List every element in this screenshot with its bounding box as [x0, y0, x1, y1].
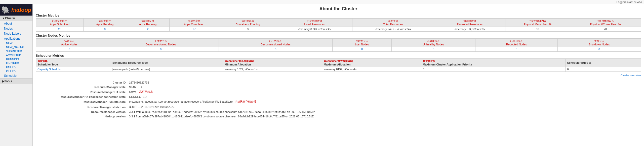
- physical-vcores-value: 20: [570, 27, 641, 32]
- rebooted-nodes-header: 已重启节点 Rebooted Nodes: [475, 39, 558, 47]
- cluster-id-value: 1676450522732: [128, 81, 637, 85]
- rm-zk-label: ResourceManager HA zookeeper connection …: [39, 95, 128, 99]
- cluster-overview-link[interactable]: Cluster overview: [36, 74, 641, 77]
- reserved-resources-value: <memory:0 B, vCores:0>: [434, 27, 505, 32]
- apps-running-cn: 运行的应用: [128, 19, 168, 23]
- sidebar-item-new-saving[interactable]: NEW_SAVING: [0, 45, 32, 49]
- scheduler-type-value[interactable]: Capacity Scheduler: [36, 67, 111, 72]
- scheduler-busy-label: Scheduler Busy %: [567, 61, 591, 64]
- elephant-icon: 🐘: [2, 6, 10, 14]
- rm-version-value: 3.3.1 from a3b9c37a397ad4188041dd80621bd…: [128, 110, 637, 114]
- shutdown-value[interactable]: 0: [557, 47, 641, 52]
- reserved-resources-label: Reserved Resources: [436, 23, 503, 26]
- tools-section-header[interactable]: ▶ Tools: [0, 79, 32, 84]
- apps-running-value[interactable]: 2: [126, 27, 169, 32]
- rm-rmstate-value: org.apache.hadoop.yarn.server.resourcema…: [129, 100, 233, 103]
- shutdown-cn: 关机节点: [559, 39, 639, 43]
- top-bar: Logged in as: dr.who: [0, 0, 644, 4]
- unhealthy-value[interactable]: 0: [391, 47, 475, 52]
- sidebar-item-killed[interactable]: KILLED: [0, 69, 32, 73]
- scheduler-type-cn: 调度策略: [37, 59, 109, 63]
- cluster-section: ▼ Cluster About Nodes Node Labels Applic…: [0, 16, 32, 79]
- physical-mem-label: Physical Mem Used %: [507, 23, 568, 26]
- apps-submitted-header: 已提交的应用 Apps Submitted: [36, 19, 84, 27]
- rm-state-row: ResourceManager state: STARTED: [39, 85, 637, 89]
- sidebar-item-node-labels[interactable]: Node Labels: [0, 31, 32, 36]
- decommissioning-label: Decommissioning Nodes: [104, 43, 217, 46]
- total-resources-header: 总的资源 Total Resources: [352, 19, 434, 27]
- rebooted-value[interactable]: 0: [475, 47, 558, 52]
- cluster-metrics-table: 已提交的应用 Apps Submitted 等待的应用 Apps Pending…: [36, 18, 641, 32]
- cluster-nodes-title: Cluster Nodes Metrics: [36, 34, 641, 37]
- decommissioned-value[interactable]: 0: [219, 47, 332, 52]
- hadoop-version-label: Hadoop version:: [39, 114, 128, 118]
- scheduler-busy-value: 0: [566, 67, 641, 72]
- rm-ha-state-annotation: 高可用状态: [139, 90, 153, 93]
- sidebar-item-new[interactable]: NEW: [0, 41, 32, 45]
- max-allocation-cn: 单container最大资源限制: [324, 59, 420, 63]
- apps-completed-header: 完成的应用 Apps Completed: [169, 19, 219, 27]
- containers-running-value: 3: [219, 27, 277, 32]
- apps-completed-value[interactable]: 27: [169, 27, 219, 32]
- rm-version-label: ResourceManager version:: [39, 110, 128, 114]
- scheduler-type-label: Scheduler Type: [37, 63, 58, 66]
- containers-running-cn: 运行的容器: [221, 19, 275, 23]
- active-nodes-cn: 活跃节点: [37, 39, 101, 43]
- total-resources-label: Total Resources: [354, 23, 433, 26]
- lost-label: Lost Nodes: [334, 43, 390, 46]
- decommissioning-cn: 下线中节点: [104, 39, 217, 43]
- rm-rmstate-cell: org.apache.hadoop.yarn.server.resourcema…: [128, 99, 637, 104]
- max-priority-value: 5: [421, 67, 566, 72]
- rm-ha-state-row: ResourceManager HA state: active 高可用状态: [39, 90, 637, 94]
- cluster-arrow-icon: ▼: [2, 17, 5, 20]
- tools-arrow-icon: ▶: [2, 80, 4, 83]
- apps-pending-header: 等待的应用 Apps Pending: [84, 19, 126, 27]
- rm-started-value: 星期三 二月 15 16:42:02 +0800 2023: [128, 105, 637, 109]
- sidebar-item-applications[interactable]: Applications: [0, 36, 32, 41]
- tools-section: ▶ Tools: [0, 79, 32, 84]
- used-resources-value: <memory:8 GB, vCores:4>: [277, 27, 352, 32]
- apps-pending-label: Apps Pending: [85, 23, 125, 26]
- active-nodes-label: Active Nodes: [37, 43, 101, 46]
- decommissioned-nodes-header: 已下线节点 Decommissioned Nodes: [219, 39, 332, 47]
- scheduler-metrics-row: Capacity Scheduler [memory-mb (unit=Mi),…: [36, 67, 641, 72]
- cluster-metrics-row: 29 0 2 27 3 <memory:8 GB, vCores:4> <mem…: [36, 27, 641, 32]
- decommissioning-value[interactable]: 0: [103, 47, 219, 52]
- apps-submitted-value[interactable]: 29: [36, 27, 84, 32]
- sidebar-item-finished[interactable]: FINISHED: [0, 61, 32, 65]
- physical-mem-header: 已使用物理内存 Physical Mem Used %: [505, 19, 570, 27]
- rm-state-label: ResourceManager state:: [39, 85, 128, 89]
- apps-submitted-label: Apps Submitted: [37, 23, 82, 26]
- containers-running-label: Containers Running: [221, 23, 275, 26]
- hadoop-logo-text: hadoop: [11, 7, 31, 13]
- apps-running-header: 运行的应用 Apps Running: [126, 19, 169, 27]
- max-allocation-label: Maximum Allocation: [324, 63, 351, 66]
- cluster-section-header[interactable]: ▼ Cluster: [0, 16, 32, 21]
- sidebar-item-running[interactable]: RUNNING: [0, 57, 32, 61]
- sidebar-item-about[interactable]: About: [0, 21, 32, 26]
- hadoop-version-row: Hadoop version: 3.3.1 from a3b9c37a397ad…: [39, 114, 637, 118]
- active-nodes-value[interactable]: 3: [36, 47, 103, 52]
- scheduler-type-header: 调度策略 Scheduler Type: [36, 59, 111, 67]
- cluster-info-section: Cluster ID: 1676450522732 ResourceManage…: [36, 78, 641, 121]
- decommissioned-label: Decommissioned Nodes: [220, 43, 331, 46]
- physical-vcores-label: Physical VCores Used %: [572, 23, 639, 26]
- sidebar-item-accepted[interactable]: ACCEPTED: [0, 53, 32, 57]
- physical-mem-cn: 已使用物理内存: [507, 19, 568, 23]
- cluster-nodes-table: 活跃节点 Active Nodes 下线中节点 Decommissioning …: [36, 38, 641, 52]
- sidebar-item-failed[interactable]: FAILED: [0, 65, 32, 69]
- reserved-resources-header: 预留的资源 Reserved Resources: [434, 19, 505, 27]
- lost-value[interactable]: 0: [333, 47, 392, 52]
- sidebar-item-scheduler[interactable]: Scheduler: [0, 73, 32, 78]
- rm-ha-state-value: active: [129, 90, 136, 93]
- sidebar: 🐘 hadoop ▼ Cluster About Nodes Node Labe…: [0, 4, 33, 146]
- min-allocation-cn: 单container最小资源限制: [225, 59, 320, 63]
- rm-started-row: ResourceManager started on: 星期三 二月 15 16…: [39, 105, 637, 109]
- rebooted-cn: 已重启节点: [477, 39, 556, 43]
- sidebar-item-submitted[interactable]: SUBMITTED: [0, 49, 32, 53]
- sidebar-item-nodes[interactable]: Nodes: [0, 26, 32, 31]
- max-priority-label: Maximum Cluster Application Priority: [423, 63, 472, 66]
- decommissioned-cn: 已下线节点: [220, 39, 331, 43]
- total-resources-value: <memory:24 GB, vCores:24>: [352, 27, 434, 32]
- apps-pending-value[interactable]: 0: [84, 27, 126, 32]
